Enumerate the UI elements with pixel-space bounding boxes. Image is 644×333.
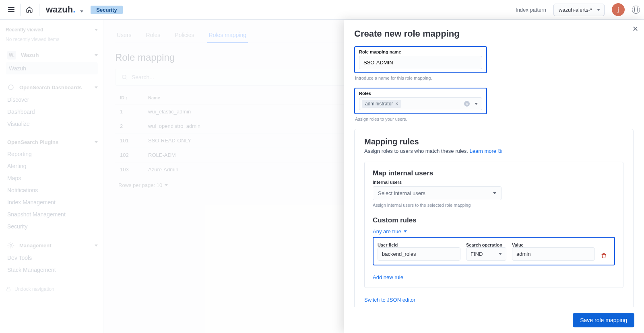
value-input[interactable]: admin: [512, 247, 595, 261]
chevron-down-icon[interactable]: [80, 4, 83, 15]
sidebar-wazuh-app[interactable]: W. Wazuh: [6, 48, 98, 62]
home-icon[interactable]: [22, 2, 37, 17]
sidebar: Recently viewed No recently viewed items…: [0, 20, 104, 333]
search-op-select[interactable]: FIND: [466, 247, 506, 261]
tab-roles-mapping[interactable]: Roles mapping: [207, 28, 248, 43]
search-op-label: Search operation: [466, 243, 506, 247]
name-label: Role mapping name: [359, 49, 482, 54]
search-icon: [121, 74, 128, 80]
mapping-rules-card: Mapping rules Assign roles to users who …: [354, 129, 634, 307]
app-header: wazuh. Security Index pattern wazuh-aler…: [0, 0, 644, 20]
remove-role-icon[interactable]: ×: [395, 101, 398, 107]
roles-group: Roles administrator × ×: [354, 88, 487, 114]
tab-policies[interactable]: Policies: [173, 28, 196, 43]
roles-combobox[interactable]: administrator × ×: [359, 97, 482, 110]
sidebar-item[interactable]: Security: [6, 220, 98, 232]
name-help: Introduce a name for this role mapping.: [355, 76, 633, 80]
index-pattern-label: Index pattern: [516, 7, 546, 13]
tab-roles[interactable]: Roles: [144, 28, 162, 43]
sidebar-item[interactable]: Dashboard: [6, 106, 98, 118]
svg-rect-2: [7, 289, 10, 291]
sidebar-item[interactable]: Visualize: [6, 118, 98, 130]
sidebar-mgmt-header[interactable]: Management: [6, 239, 98, 252]
learn-more-link[interactable]: Learn more ⧉: [470, 148, 502, 154]
custom-rules-title: Custom rules: [373, 216, 615, 224]
sidebar-item[interactable]: Index Management: [6, 196, 98, 208]
role-mapping-name-input[interactable]: [359, 56, 482, 69]
chevron-down-icon: [493, 192, 496, 194]
user-field-input[interactable]: backend_roles: [378, 247, 460, 261]
roles-help: Assign roles to your users.: [355, 117, 633, 121]
avatar[interactable]: j: [612, 3, 625, 16]
map-internal-title: Map internal users: [373, 169, 615, 177]
mapping-rules-title: Mapping rules: [364, 137, 623, 146]
sidebar-plugins-header[interactable]: OpenSearch Plugins: [6, 136, 98, 148]
context-pill[interactable]: Security: [91, 6, 122, 14]
user-field-label: User field: [378, 243, 460, 247]
add-rule-link[interactable]: Add new rule: [373, 274, 615, 280]
close-icon[interactable]: ✕: [630, 22, 641, 36]
svg-point-0: [8, 85, 13, 90]
sidebar-item[interactable]: Discover: [6, 94, 98, 106]
undock-nav[interactable]: Undock navigation: [6, 286, 98, 292]
sidebar-item[interactable]: Notifications: [6, 184, 98, 196]
svg-point-3: [122, 75, 126, 79]
sidebar-item[interactable]: Alerting: [6, 160, 98, 172]
sidebar-item[interactable]: Snapshot Management: [6, 208, 98, 220]
mapping-rules-sub: Assign roles to users who match these ru…: [364, 148, 623, 154]
sidebar-osd-header[interactable]: OpenSearch Dashboards: [6, 81, 98, 94]
sidebar-item[interactable]: Wazuh: [6, 62, 98, 74]
map-internal-users-box: Map internal users Internal users Select…: [364, 162, 623, 288]
roles-label: Roles: [359, 91, 482, 96]
value-label: Value: [512, 243, 595, 247]
tab-users[interactable]: Users: [115, 28, 133, 43]
sidebar-item[interactable]: Dev Tools: [6, 252, 98, 264]
sidebar-recent-empty: No recently viewed items: [6, 35, 98, 48]
internal-users-help: Assign internal users to the selected ro…: [373, 203, 615, 208]
delete-rule-icon[interactable]: [601, 253, 610, 261]
internal-users-label: Internal users: [373, 180, 615, 185]
index-pattern-select[interactable]: wazuh-alerts-*: [553, 4, 605, 16]
internal-users-select[interactable]: Select internal users: [373, 186, 502, 200]
col-id[interactable]: ID ↑: [115, 91, 143, 105]
role-chip[interactable]: administrator ×: [362, 100, 401, 108]
sidebar-item[interactable]: Reporting: [6, 148, 98, 160]
sidebar-item[interactable]: Maps: [6, 172, 98, 184]
chevron-down-icon[interactable]: [475, 103, 478, 105]
clear-roles-icon[interactable]: ×: [464, 101, 470, 107]
sidebar-recent-header[interactable]: Recently viewed: [6, 25, 98, 35]
brand-logo[interactable]: wazuh.: [46, 4, 83, 15]
create-role-mapping-flyout: ✕ Create new role mapping Role mapping n…: [344, 20, 644, 333]
globe-icon[interactable]: [632, 6, 640, 14]
flyout-footer: Save role mapping: [344, 307, 644, 333]
sidebar-item[interactable]: Stack Management: [6, 264, 98, 276]
flyout-title: Create new role mapping: [354, 29, 634, 39]
role-mapping-name-group: Role mapping name: [354, 46, 487, 73]
rule-row: User field backend_roles Search operatio…: [373, 237, 615, 265]
save-role-mapping-button[interactable]: Save role mapping: [573, 313, 634, 327]
any-true-toggle[interactable]: Any are true: [373, 228, 615, 234]
switch-json-link[interactable]: Switch to JSON editor: [364, 297, 415, 303]
svg-point-1: [10, 245, 12, 247]
menu-toggle[interactable]: [4, 2, 19, 17]
